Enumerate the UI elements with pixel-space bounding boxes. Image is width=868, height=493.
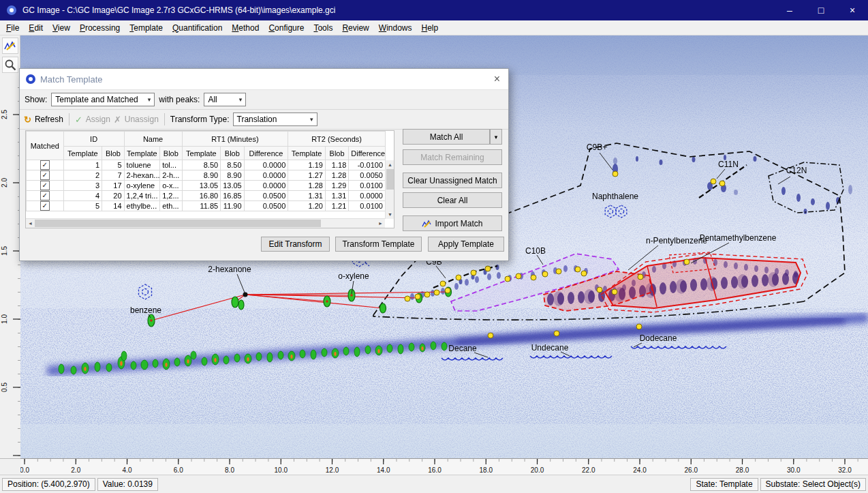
subcol-blob[interactable]: Blob (102, 147, 124, 160)
menu-configure[interactable]: Configure (264, 21, 309, 35)
menu-windows[interactable]: Windows (374, 21, 417, 35)
subcol-difference[interactable]: Difference (349, 147, 386, 160)
subcol-template[interactable]: Template (124, 147, 160, 160)
clear-unassigned-match-button[interactable]: Clear Unassigned Match (403, 173, 502, 188)
edit-transform-button[interactable]: Edit Transform (261, 237, 330, 252)
subcol-blob[interactable]: Blob (325, 147, 348, 160)
dialog-filter-row: Show: Template and Matched ▾ with peaks:… (20, 90, 508, 110)
scroll-left-icon[interactable]: ◄ (26, 219, 35, 228)
maximize-button[interactable]: □ (805, 0, 837, 20)
menu-quantification[interactable]: Quantification (168, 21, 227, 35)
table-row[interactable]: ✓ 1 5 toluene tol... 8.50 8.50 0.0000 1.… (27, 160, 386, 170)
scroll-down-icon[interactable]: ▼ (386, 210, 394, 219)
label-c10b: C10B (525, 246, 546, 256)
label-undecane: Undecane (531, 343, 569, 353)
y-tick-label: 0.5 (1, 383, 8, 392)
col-header-rt2[interactable]: RT2 (Seconds) (288, 132, 386, 147)
hscroll-thumb[interactable] (35, 220, 321, 227)
dialog-close-icon[interactable]: × (494, 74, 500, 85)
x-tick-label: 0.0 (20, 466, 29, 474)
apply-template-button[interactable]: Apply Template (428, 237, 504, 252)
subcol-difference[interactable]: Difference (244, 147, 288, 160)
matched-checkbox[interactable]: ✓ (40, 181, 50, 190)
x-axis-ruler: 0.0 2.0 4.0 6.0 8.0 10.0 12.0 14.0 16.0 … (20, 458, 868, 475)
scroll-up-icon[interactable]: ▲ (386, 160, 394, 169)
match-template-dialog: Match Template × Show: Template and Matc… (19, 68, 509, 261)
close-button[interactable]: × (837, 0, 868, 20)
menu-file[interactable]: File (1, 21, 24, 35)
import-match-button[interactable]: Import Match (403, 215, 502, 231)
menu-view[interactable]: View (48, 21, 75, 35)
title-bar: GC Image - C:\GC Image\GC Image 2.7r3 GC… (0, 0, 868, 20)
subcol-blob[interactable]: Blob (221, 147, 244, 160)
menu-help[interactable]: Help (416, 21, 443, 35)
x-tick-label: 14.0 (377, 466, 390, 474)
status-substate: Substate: Select Object(s) (760, 478, 866, 491)
app-logo-icon (7, 5, 16, 15)
match-all-button[interactable]: Match All (403, 129, 490, 145)
status-position: Position: (5.400,2.970) (2, 478, 95, 491)
table-row[interactable]: ✓ 4 20 1,2,4 tri... 1,2... 16.80 16.85 0… (27, 191, 386, 201)
chevron-down-icon: ▾ (146, 96, 153, 103)
menu-edit[interactable]: Edit (24, 21, 48, 35)
zoom-tool-button[interactable] (2, 57, 18, 73)
peaks-combobox[interactable]: All ▾ (204, 93, 246, 106)
minimize-button[interactable]: – (774, 0, 805, 20)
matched-checkbox[interactable]: ✓ (40, 170, 50, 180)
menu-tools[interactable]: Tools (309, 21, 337, 35)
x-tick-label: 12.0 (326, 466, 339, 474)
left-toolbar: 2.5 2.0 1.5 1.0 0.5 (0, 35, 20, 458)
y-tick-label: 2.0 (1, 178, 8, 188)
assign-button[interactable]: Assign (86, 115, 110, 124)
x-tick-label: 18.0 (480, 466, 493, 474)
subcol-template[interactable]: Template (182, 147, 221, 160)
dialog-title-bar: Match Template × (20, 69, 508, 90)
scroll-right-icon[interactable]: ► (376, 219, 385, 228)
matched-checkbox[interactable]: ✓ (40, 191, 50, 200)
table-row[interactable]: ✓ 3 17 o-xylene o-x... 13.05 13.05 0.000… (27, 181, 386, 191)
label-decane: Decane (448, 344, 477, 353)
unassign-button[interactable]: Unassign (125, 115, 159, 124)
dialog-title: Match Template (40, 74, 103, 85)
label-dodecane: Dodecane (640, 333, 677, 343)
main-area: 2.5 2.0 1.5 1.0 0.5 (0, 35, 868, 475)
vscroll-thumb[interactable] (386, 169, 394, 190)
subcol-template[interactable]: Template (63, 147, 102, 160)
subcol-blob[interactable]: Blob (160, 147, 182, 160)
table-row[interactable]: ✓ 2 7 2-hexan... 2-h... 8.90 8.90 0.0000… (27, 170, 386, 181)
show-combobox[interactable]: Template and Matched ▾ (51, 93, 155, 106)
x-tick-label: 8.0 (225, 466, 234, 474)
match-remaining-button[interactable]: Match Remaining (403, 149, 502, 165)
col-header-rt1[interactable]: RT1 (Minutes) (182, 132, 288, 147)
label-n-pentylbenzene: n-Pentylbenzene (646, 236, 707, 245)
match-all-dropdown[interactable]: ▾ (490, 129, 502, 145)
transform-type-combobox[interactable]: Translation ▾ (233, 113, 317, 126)
menu-method[interactable]: Method (227, 21, 264, 35)
refresh-icon: ↻ (24, 115, 31, 124)
subcol-template[interactable]: Template (288, 147, 326, 160)
table-horizontal-scrollbar[interactable]: ◄ ► (26, 218, 385, 228)
x-tick-label: 16.0 (428, 466, 441, 474)
menu-review[interactable]: Review (337, 21, 373, 35)
x-tick-label: 2.0 (71, 466, 80, 474)
col-header-matched[interactable]: Matched (27, 132, 64, 160)
menu-processing[interactable]: Processing (75, 21, 125, 35)
menu-bar: File Edit View Processing Template Quant… (0, 20, 868, 35)
clear-all-button[interactable]: Clear All (403, 192, 502, 208)
refresh-button[interactable]: Refresh (35, 115, 63, 124)
y-tick-label: 1.0 (1, 314, 8, 324)
toolbar-separator (69, 113, 69, 125)
y-axis-ruler: 2.5 2.0 1.5 1.0 0.5 (0, 76, 20, 460)
col-header-name[interactable]: Name (124, 132, 182, 147)
table-vertical-scrollbar[interactable]: ▲ ▼ (385, 160, 394, 219)
transform-template-button[interactable]: Transform Template (335, 237, 422, 252)
template-tool-button[interactable] (2, 38, 18, 54)
assign-check-icon: ✓ (75, 115, 82, 124)
menu-template[interactable]: Template (125, 21, 168, 35)
matched-checkbox[interactable]: ✓ (40, 160, 50, 170)
x-tick-label: 28.0 (736, 466, 749, 474)
matched-checkbox[interactable]: ✓ (40, 201, 50, 211)
table-row[interactable]: ✓ 5 14 ethylbe... eth... 11.85 11.90 0.0… (27, 201, 386, 211)
col-header-id[interactable]: ID (63, 132, 124, 147)
label-2-hexanone: 2-hexanone (208, 265, 251, 274)
